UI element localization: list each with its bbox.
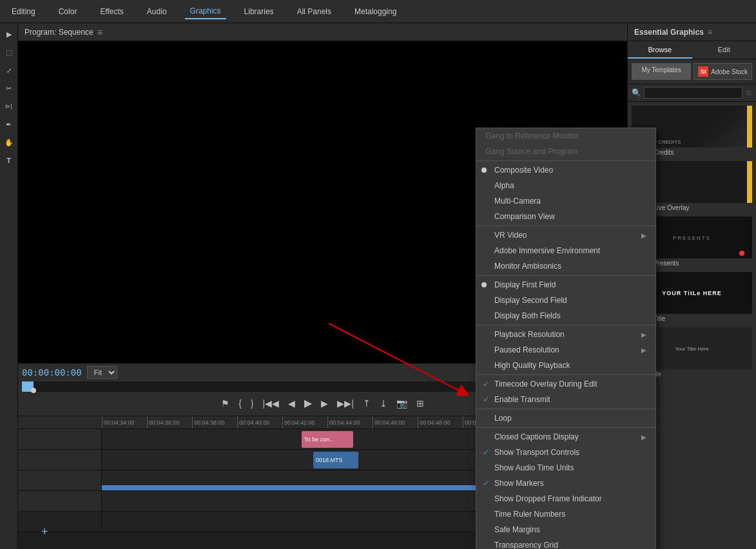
ruler-mark-5: 00:04:44:00: [327, 416, 373, 429]
ctx-sep-4: [476, 325, 655, 325]
ruler-mark-3: 00:04:40:00: [237, 416, 282, 429]
panel-buttons: My Templates St Adobe Stock: [628, 59, 756, 84]
go-to-out-btn[interactable]: ▶▶|: [334, 397, 356, 410]
go-to-in-btn[interactable]: |◀◀: [260, 397, 282, 410]
panel-search: 🔍 ☆: [628, 84, 756, 102]
ctx-display-second-field[interactable]: Display Second Field: [476, 293, 655, 308]
nav-all-panels[interactable]: All Panels: [292, 5, 336, 19]
ctx-show-audio-time[interactable]: Show Audio Time Units: [476, 460, 655, 476]
ctx-gang-source[interactable]: Gang Source and Program: [476, 144, 655, 159]
clip-pink[interactable]: To be con...: [302, 431, 353, 448]
ctx-safe-margins[interactable]: Safe Margins: [476, 522, 655, 537]
ctx-display-both-fields[interactable]: Display Both Fields: [476, 308, 655, 323]
ruler-mark-7: 00:04:48:00: [418, 416, 463, 429]
ctx-adobe-immersive[interactable]: Adobe Immersive Environment: [476, 243, 655, 258]
tool-track-select[interactable]: ⬚: [2, 45, 16, 59]
nav-effects[interactable]: Effects: [95, 5, 128, 19]
clip-blue[interactable]: 0018.MTS: [313, 452, 358, 468]
mark-clip-btn[interactable]: }: [248, 397, 257, 410]
nav-graphics[interactable]: Graphics: [185, 4, 226, 19]
ctx-vr-video[interactable]: VR Video ▶: [476, 227, 655, 243]
track-header-a1: [18, 470, 102, 490]
insert-btn[interactable]: ⤒: [360, 397, 373, 410]
fit-dropdown[interactable]: Fit: [87, 366, 117, 379]
track-header-v2: [18, 429, 102, 449]
ctx-sep-2: [476, 226, 655, 226]
tool-hand[interactable]: ✋: [2, 135, 16, 149]
playhead: [31, 388, 36, 393]
monitor-title: Program: Sequence: [24, 28, 93, 37]
adobe-stock-label: Adobe Stock: [711, 68, 748, 75]
search-icon: 🔍: [632, 88, 641, 97]
track-header-a3: [18, 512, 102, 532]
ctx-show-dropped-frame[interactable]: Show Dropped Frame Indicator: [476, 491, 655, 506]
tab-browse[interactable]: Browse: [628, 41, 692, 59]
ctx-check-transmit: ✓: [481, 395, 490, 404]
play-btn[interactable]: ▶: [302, 396, 315, 410]
tool-razor[interactable]: ✂: [2, 81, 16, 95]
ruler-mark-6: 00:04:46:00: [373, 416, 418, 429]
nav-libraries[interactable]: Libraries: [239, 5, 279, 19]
adobe-stock-icon: St: [698, 66, 708, 77]
ctx-display-first-field[interactable]: Display First Field: [476, 277, 655, 293]
ctx-alpha[interactable]: Alpha: [476, 178, 655, 193]
ctx-playback-resolution[interactable]: Playback Resolution ▶: [476, 327, 655, 342]
yellow-bar-2: [747, 161, 752, 203]
tool-ripple[interactable]: ⤢: [2, 63, 16, 77]
monitor-menu-icon[interactable]: ≡: [97, 27, 102, 37]
panel-tabs: Browse Edit: [628, 41, 756, 59]
ctx-loop[interactable]: Loop: [476, 410, 655, 426]
ctx-timecode-overlay[interactable]: ✓ Timecode Overlay During Edit: [476, 376, 655, 392]
my-templates-btn[interactable]: My Templates: [632, 63, 691, 80]
tool-pen[interactable]: ✒: [2, 117, 16, 131]
ctx-paused-resolution[interactable]: Paused Resolution ▶: [476, 342, 655, 358]
adobe-stock-btn[interactable]: St Adobe Stock: [693, 63, 752, 80]
ruler-mark-4: 00:04:42:00: [282, 416, 327, 429]
presents-text: PRESENTS: [673, 235, 711, 240]
overwrite-btn[interactable]: ⤓: [377, 397, 390, 410]
step-fwd-btn[interactable]: ▶: [318, 397, 331, 410]
ctx-show-markers[interactable]: ✓ Show Markers: [476, 476, 655, 491]
ctx-check-markers: ✓: [481, 479, 490, 488]
ctx-arrow-paused: ▶: [641, 347, 646, 354]
ctx-multi-camera[interactable]: Multi-Camera: [476, 193, 655, 209]
ctx-composite-video[interactable]: Composite Video: [476, 162, 655, 178]
ctx-dot-composite: [481, 168, 487, 173]
ctx-high-quality-playback[interactable]: High Quality Playback: [476, 358, 655, 373]
mark-in-btn[interactable]: ⚑: [218, 397, 232, 410]
nav-audio[interactable]: Audio: [142, 5, 172, 19]
ctx-sep-3: [476, 275, 655, 276]
ctx-show-transport[interactable]: ✓ Show Transport Controls: [476, 445, 655, 460]
ctx-enable-transmit[interactable]: ✓ Enable Transmit: [476, 392, 655, 407]
red-dot: [739, 251, 744, 256]
nav-metalogging[interactable]: Metalogging: [349, 5, 402, 19]
nav-color[interactable]: Color: [53, 5, 82, 19]
tool-type[interactable]: T: [2, 153, 16, 168]
btn-extra[interactable]: ⊞: [414, 397, 427, 410]
ctx-monitor-ambisonics[interactable]: Monitor Ambisonics: [476, 258, 655, 274]
ctx-sep-6: [476, 409, 655, 409]
track-header-v1: [18, 450, 102, 470]
ctx-time-ruler-numbers[interactable]: Time Ruler Numbers: [476, 506, 655, 522]
add-track-btn[interactable]: +: [41, 525, 48, 538]
ctx-check-timecode: ✓: [481, 380, 490, 389]
mark-out-btn[interactable]: {: [236, 397, 244, 410]
ctx-closed-captions[interactable]: Closed Captions Display ▶: [476, 429, 655, 445]
nav-editing[interactable]: Editing: [6, 5, 41, 19]
export-frame-btn[interactable]: 📷: [394, 397, 410, 410]
track-header-a2: [18, 491, 102, 511]
favorites-icon[interactable]: ☆: [745, 88, 752, 97]
tool-select[interactable]: ▶: [2, 27, 16, 41]
ruler-mark-2: 00:04:38:00: [192, 416, 237, 429]
tab-edit[interactable]: Edit: [692, 41, 757, 59]
ctx-gang-reference[interactable]: Gang to Reference Monitor: [476, 128, 655, 144]
panel-menu-icon[interactable]: ≡: [708, 28, 712, 37]
ctx-comparison-view[interactable]: Comparison View: [476, 209, 655, 224]
step-back-btn[interactable]: ◀: [286, 397, 298, 410]
search-input[interactable]: [644, 87, 742, 99]
tool-slip[interactable]: ⊳|: [2, 99, 16, 113]
ctx-sep-5: [476, 374, 655, 375]
ctx-transparency-grid[interactable]: Transparency Grid: [476, 537, 655, 549]
ruler-mark-0: 00:04:34:00: [102, 416, 147, 429]
panel-title: Essential Graphics: [634, 28, 704, 37]
